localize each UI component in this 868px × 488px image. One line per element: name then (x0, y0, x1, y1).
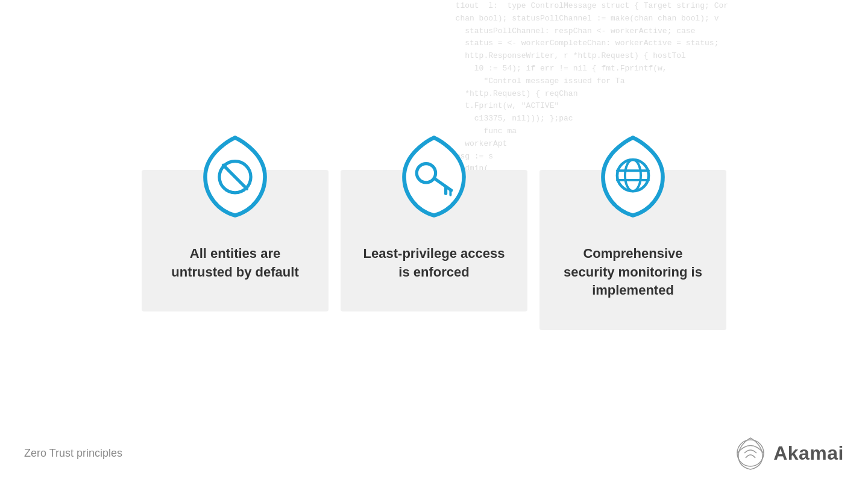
untrusted-icon-wrapper (193, 134, 277, 227)
footer: Zero Trust principles Akamai (0, 435, 868, 471)
card-least-privilege: Least-privilege access is enforced (341, 170, 527, 312)
footer-label: Zero Trust principles (24, 447, 122, 460)
least-privilege-icon-wrapper (392, 134, 476, 227)
least-privilege-text: Least-privilege access is enforced (341, 245, 527, 282)
akamai-text: Akamai (773, 442, 844, 465)
akamai-logo: Akamai (732, 435, 844, 471)
svg-point-10 (737, 440, 764, 466)
card-untrusted: All entities are untrusted by default (142, 170, 329, 312)
cards-container: All entities are untrusted by default Le… (142, 170, 726, 330)
main-content: All entities are untrusted by default Le… (0, 0, 868, 488)
card-monitoring: Comprehensive security monitoring is imp… (539, 170, 726, 330)
monitoring-text: Comprehensive security monitoring is imp… (539, 245, 726, 300)
akamai-symbol-icon (732, 435, 769, 471)
untrusted-text: All entities are untrusted by default (142, 245, 329, 282)
monitoring-icon-wrapper (591, 134, 675, 227)
